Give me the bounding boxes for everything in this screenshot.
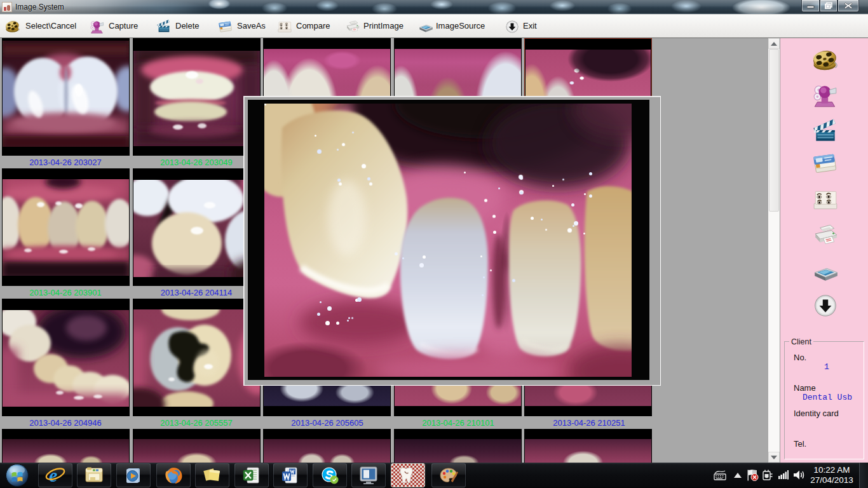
svg-text:e: e — [49, 464, 57, 485]
